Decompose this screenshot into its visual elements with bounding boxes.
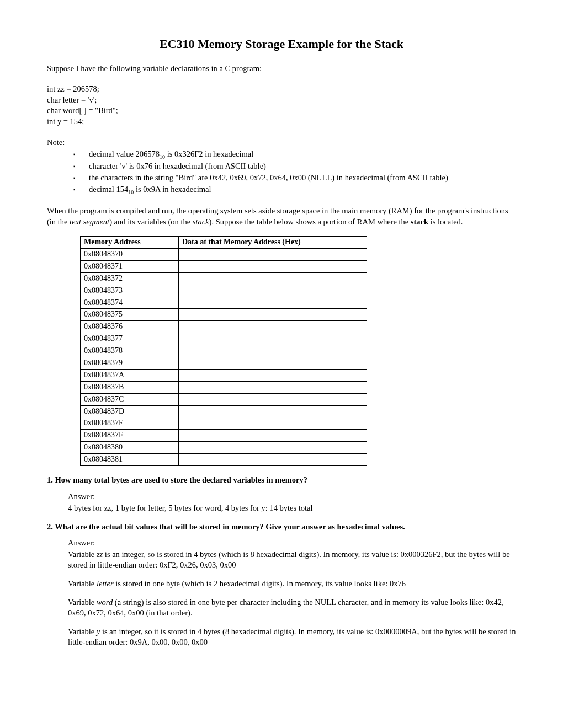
cell-data [179, 333, 367, 345]
cell-data [179, 248, 367, 260]
table-row: 0x0804837E [81, 417, 367, 430]
text: Variable [68, 627, 97, 636]
cell-data [179, 393, 367, 405]
question-1: 1. How many total bytes are used to stor… [47, 475, 516, 486]
cell-address: 0x0804837F [81, 430, 179, 442]
cell-data [179, 369, 367, 381]
table-row: 0x08048378 [81, 345, 367, 357]
cell-address: 0x08048373 [81, 285, 179, 297]
subscript: 10 [128, 189, 134, 195]
table-row: 0x0804837B [81, 381, 367, 393]
table-row: 0x08048376 [81, 321, 367, 333]
table-row: 0x08048371 [81, 260, 367, 272]
cell-data [179, 272, 367, 285]
answer-1: Answer: 4 bytes for zz, 1 byte for lette… [68, 491, 516, 514]
cell-address: 0x08048381 [81, 454, 179, 466]
cell-address: 0x0804837E [81, 417, 179, 430]
text: Variable [68, 598, 97, 607]
answer-word: Variable word (a string) is also stored … [68, 597, 516, 619]
cell-data [179, 297, 367, 309]
table-row: 0x08048370 [81, 248, 367, 260]
intro-text: Suppose I have the following variable de… [47, 63, 516, 74]
answer-text: 4 bytes for zz, 1 byte for letter, 5 byt… [68, 503, 516, 514]
cell-data [179, 309, 367, 321]
table-header-row: Memory Address Data at that Memory Addre… [81, 237, 367, 249]
italic-text: letter [97, 579, 114, 588]
answer-zz: Variable zz is an integer, so is stored … [68, 549, 516, 571]
cell-address: 0x0804837D [81, 405, 179, 417]
cell-data [179, 285, 367, 297]
note-text: is 0x9A in hexadecimal [134, 185, 211, 194]
bold-text: stack [411, 217, 428, 226]
cell-address: 0x08048379 [81, 357, 179, 370]
explanation-paragraph: When the program is compiled and run, th… [47, 206, 516, 227]
note-item: character 'v' is 0x76 in hexadecimal (fr… [73, 161, 516, 172]
answer-2: Answer: Variable zz is an integer, so is… [68, 538, 516, 648]
text: is an integer, so it is stored in 4 byte… [68, 627, 516, 647]
italic-text: text segment [70, 217, 109, 226]
cell-data [179, 417, 367, 430]
question-2: 2. What are the actual bit values that w… [47, 522, 516, 533]
table-row: 0x0804837A [81, 369, 367, 381]
answer-label: Answer: [68, 491, 516, 502]
text: ). Suppose the table below shows a porti… [209, 217, 411, 226]
code-declarations: int zz = 206578; char letter = 'v'; char… [47, 84, 516, 127]
text: is stored in one byte (which is 2 hexade… [114, 579, 406, 588]
text: ) and its variables (on the [109, 217, 193, 226]
cell-address: 0x08048377 [81, 333, 179, 345]
table-row: 0x0804837F [81, 430, 367, 442]
code-line: int y = 154; [47, 116, 516, 127]
italic-text: word [97, 598, 113, 607]
cell-data [179, 260, 367, 272]
code-line: char letter = 'v'; [47, 95, 516, 106]
note-text: decimal value 206578 [89, 149, 160, 158]
code-line: char word[ ] = "Bird"; [47, 105, 516, 116]
notes-list: decimal value 20657810 is 0x326F2 in hex… [47, 149, 516, 196]
text: Variable [68, 579, 97, 588]
cell-address: 0x0804837A [81, 369, 179, 381]
page-title: EC310 Memory Storage Example for the Sta… [47, 36, 516, 52]
table-row: 0x08048372 [81, 272, 367, 285]
italic-text: stack [193, 217, 209, 226]
cell-data [179, 454, 367, 466]
cell-address: 0x08048370 [81, 248, 179, 260]
text: is an integer, so is stored in 4 bytes (… [68, 550, 510, 570]
cell-data [179, 357, 367, 370]
cell-address: 0x0804837C [81, 393, 179, 405]
table-row: 0x08048380 [81, 442, 367, 454]
cell-data [179, 405, 367, 417]
cell-data [179, 345, 367, 357]
cell-data [179, 381, 367, 393]
table-row: 0x0804837D [81, 405, 367, 417]
cell-address: 0x08048380 [81, 442, 179, 454]
note-text: is 0x326F2 in hexadecimal [165, 149, 253, 158]
note-item: decimal value 20657810 is 0x326F2 in hex… [73, 149, 516, 160]
cell-address: 0x08048372 [81, 272, 179, 285]
answer-letter: Variable letter is stored in one byte (w… [68, 579, 516, 590]
cell-address: 0x08048375 [81, 309, 179, 321]
cell-address: 0x08048371 [81, 260, 179, 272]
text: Variable [68, 550, 97, 559]
table-row: 0x08048374 [81, 297, 367, 309]
cell-address: 0x08048374 [81, 297, 179, 309]
italic-text: zz [97, 550, 103, 559]
answer-label: Answer: [68, 538, 516, 549]
col-header-address: Memory Address [81, 237, 179, 249]
cell-address: 0x0804837B [81, 381, 179, 393]
note-item: decimal 15410 is 0x9A in hexadecimal [73, 184, 516, 196]
code-line: int zz = 206578; [47, 84, 516, 95]
table-row: 0x08048373 [81, 285, 367, 297]
memory-table: Memory Address Data at that Memory Addre… [80, 236, 367, 466]
table-row: 0x08048379 [81, 357, 367, 370]
cell-data [179, 430, 367, 442]
cell-data [179, 442, 367, 454]
text: (a string) is also stored in one byte pe… [68, 598, 504, 618]
cell-data [179, 321, 367, 333]
col-header-data: Data at that Memory Address (Hex) [179, 237, 367, 249]
table-row: 0x08048377 [81, 333, 367, 345]
table-row: 0x0804837C [81, 393, 367, 405]
cell-address: 0x08048376 [81, 321, 179, 333]
table-row: 0x08048375 [81, 309, 367, 321]
cell-address: 0x08048378 [81, 345, 179, 357]
note-item: the characters in the string "Bird" are … [73, 173, 516, 184]
